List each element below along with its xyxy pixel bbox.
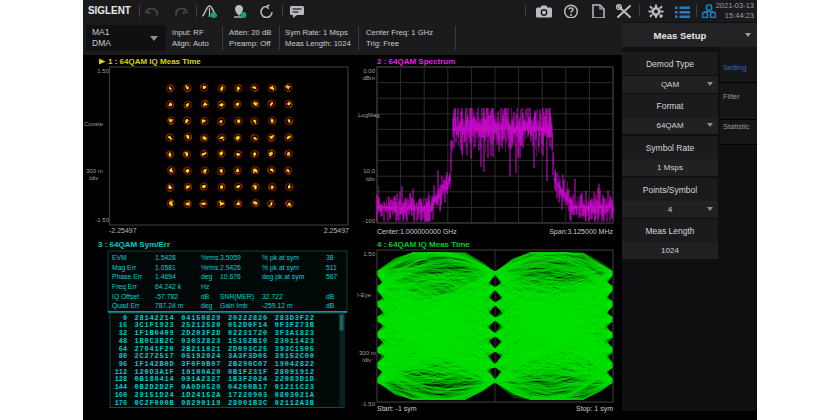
- svg-text:-100: -100: [363, 218, 376, 224]
- svg-text:1.4694: 1.4694: [155, 273, 176, 280]
- svg-text:/div: /div: [362, 357, 371, 363]
- svg-text:1.50: 1.50: [97, 68, 109, 74]
- svg-text:Center:1.000000000 GHz: Center:1.000000000 GHz: [377, 228, 457, 235]
- svg-text:300 m: 300 m: [86, 168, 103, 174]
- svg-text:3.5059: 3.5059: [220, 254, 241, 261]
- svg-text:dB: dB: [326, 293, 335, 300]
- svg-text:-1.50: -1.50: [361, 401, 375, 407]
- svg-text:567: 567: [326, 273, 338, 280]
- svg-text:3 : 64QAM Sym/Err: 3 : 64QAM Sym/Err: [98, 240, 170, 249]
- svg-text:1.0581: 1.0581: [155, 264, 176, 271]
- svg-text:%rms: %rms: [201, 264, 219, 271]
- svg-text:-259.12 m: -259.12 m: [262, 302, 293, 309]
- svg-text:2 : 64QAM Spectrum: 2 : 64QAM Spectrum: [377, 57, 455, 66]
- svg-text:64.242 k: 64.242 k: [155, 283, 182, 290]
- svg-text:EVM: EVM: [112, 254, 127, 261]
- svg-text:dB: dB: [201, 293, 210, 300]
- svg-text:I-Eye: I-Eye: [357, 292, 372, 298]
- svg-text:0B180414 091A2327 1B3F2024 220: 0B180414 091A2327 1B3F2024 22083D1D: [134, 375, 314, 383]
- svg-text:Hz: Hz: [201, 283, 210, 290]
- svg-text:Span:3.125000 MHz: Span:3.125000 MHz: [549, 228, 613, 236]
- svg-text:%rms: %rms: [201, 254, 219, 261]
- svg-text:dBm: dBm: [363, 75, 375, 81]
- svg-text:0C2F000B 08290119 28001B3C 021: 0C2F000B 08290119 28001B3C 02112A3B: [134, 399, 314, 407]
- svg-text:10.676: 10.676: [220, 273, 241, 280]
- svg-text:-2.25497: -2.25497: [109, 227, 137, 234]
- svg-text:511: 511: [326, 264, 337, 271]
- svg-text:1B0C3B2C 03032823 15152B10 230: 1B0C3B2C 03032823 15152B10 23011423: [134, 337, 314, 345]
- svg-text:1 : 64QAM IQ Meas Time: 1 : 64QAM IQ Meas Time: [108, 57, 201, 66]
- svg-text:LogMag: LogMag: [358, 112, 380, 118]
- svg-text:300 m: 300 m: [359, 350, 376, 356]
- svg-text:Conste: Conste: [84, 121, 104, 127]
- svg-text:IQ Offset: IQ Offset: [112, 293, 139, 301]
- svg-text:Phase Err: Phase Err: [112, 273, 143, 280]
- svg-text:16: 16: [119, 321, 127, 329]
- svg-text:10.0: 10.0: [363, 168, 375, 174]
- svg-text:2.9426: 2.9426: [220, 264, 241, 271]
- svg-text:Quad Err: Quad Err: [112, 302, 140, 310]
- svg-text:32.722: 32.722: [262, 293, 283, 300]
- svg-text:deg pk at sym: deg pk at sym: [262, 273, 305, 281]
- svg-text:Gain Imb: Gain Imb: [220, 302, 248, 309]
- svg-text:dB: dB: [326, 302, 335, 309]
- svg-text:deg: deg: [201, 302, 213, 310]
- svg-text:Stop: 1 sym: Stop: 1 sym: [576, 405, 613, 413]
- svg-text:38: 38: [326, 254, 334, 261]
- svg-text:128: 128: [115, 375, 127, 383]
- svg-text:1F142B0D 3F0F0B07 2B290C07 190: 1F142B0D 3F0F0B07 2B290C07 19042822: [134, 360, 314, 368]
- svg-text:Freq Err: Freq Err: [112, 283, 138, 291]
- svg-text:2.25497: 2.25497: [324, 227, 349, 234]
- svg-text:1.50: 1.50: [363, 251, 375, 257]
- svg-text:787.24 m: 787.24 m: [155, 302, 184, 309]
- svg-text:-57.782: -57.782: [155, 293, 178, 300]
- svg-text:3C1F1923 25212520 052D0F14 0F3: 3C1F1923 25212520 052D0F14 0F3F273B: [134, 321, 314, 329]
- svg-text:176: 176: [115, 399, 127, 407]
- svg-text:0.00: 0.00: [363, 68, 375, 74]
- svg-text:96: 96: [119, 360, 127, 368]
- svg-text:1.5428: 1.5428: [155, 254, 176, 261]
- svg-text:/div: /div: [89, 175, 98, 181]
- svg-text:% pk at sym: % pk at sym: [262, 254, 299, 262]
- svg-text:Start: -1 sym: Start: -1 sym: [377, 405, 417, 413]
- svg-text:48: 48: [119, 337, 127, 345]
- svg-text:SNR(MER): SNR(MER): [220, 293, 254, 301]
- svg-text:/div: /div: [366, 176, 375, 182]
- svg-text:deg: deg: [201, 273, 213, 281]
- svg-text:-1.50: -1.50: [95, 217, 109, 223]
- svg-text:4 : 64QAM IQ Meas Time: 4 : 64QAM IQ Meas Time: [377, 240, 470, 249]
- svg-text:Mag Err: Mag Err: [112, 264, 137, 272]
- svg-text:% pk at sym: % pk at sym: [262, 264, 299, 272]
